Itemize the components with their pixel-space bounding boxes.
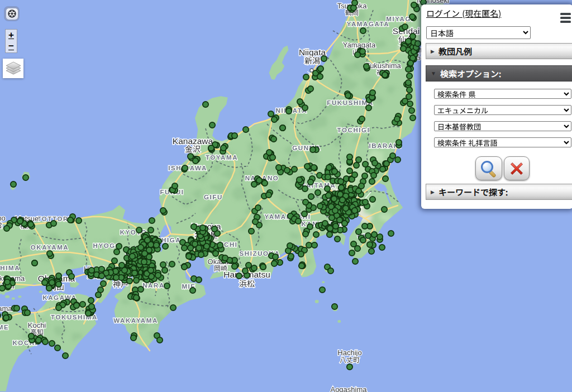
svg-text:HIROSHIMA: HIROSHIMA bbox=[0, 265, 20, 271]
login-link[interactable]: ログイン (現在匿名) bbox=[426, 7, 501, 19]
svg-text:新潟: 新潟 bbox=[304, 55, 320, 66]
svg-text:OKAYAMA: OKAYAMA bbox=[31, 244, 69, 251]
svg-text:出雲: 出雲 bbox=[0, 220, 2, 230]
language-select[interactable]: 日本語 bbox=[426, 26, 531, 39]
svg-text:NARA: NARA bbox=[142, 282, 165, 289]
svg-text:EHIME: EHIME bbox=[0, 324, 9, 331]
collapsed-arrow-icon: ▶ bbox=[431, 49, 435, 54]
hamburger-menu-button[interactable] bbox=[560, 13, 571, 23]
zoom-in-button[interactable]: + bbox=[6, 30, 17, 41]
zoom-control: + − bbox=[5, 29, 17, 53]
clear-button[interactable] bbox=[504, 156, 530, 180]
svg-text:浜松: 浜松 bbox=[239, 278, 255, 289]
layers-icon bbox=[5, 61, 22, 76]
svg-text:八丈町: 八丈町 bbox=[340, 355, 360, 364]
svg-text:Aogashima: Aogashima bbox=[330, 385, 367, 392]
zoom-out-button[interactable]: − bbox=[6, 41, 17, 52]
filter-worship-language-select[interactable]: 検索条件 礼拝言語 bbox=[434, 137, 571, 147]
filter-ecumenical-select[interactable]: エキュメニカル bbox=[434, 105, 571, 115]
filter-denomination-select[interactable]: 日本基督教団 bbox=[434, 121, 571, 131]
svg-text:WAKAYAMA: WAKAYAMA bbox=[113, 317, 158, 324]
asterisk-gear-icon bbox=[6, 8, 18, 20]
collapsed-arrow-icon: ▶ bbox=[431, 189, 435, 195]
hamburger-icon bbox=[560, 13, 571, 15]
legend-section-label: 教団凡例 bbox=[438, 45, 472, 57]
layers-button[interactable] bbox=[3, 59, 23, 78]
keyword-section-header[interactable]: ▶ キーワードで探す: bbox=[426, 184, 572, 200]
magnifier-icon bbox=[479, 159, 498, 178]
search-button[interactable] bbox=[475, 156, 502, 180]
search-options-label: 検索オプション: bbox=[440, 68, 501, 79]
svg-text:YAMAGATA: YAMAGATA bbox=[347, 21, 389, 27]
settings-button[interactable] bbox=[4, 7, 19, 21]
keyword-section-label: キーワードで探す: bbox=[438, 186, 508, 198]
expanded-arrow-icon: ▼ bbox=[431, 70, 436, 77]
legend-section-header[interactable]: ▶ 教団凡例 bbox=[426, 43, 572, 59]
svg-text:金沢: 金沢 bbox=[185, 143, 201, 154]
filter-prefecture-select[interactable]: 検索条件 県 bbox=[434, 89, 571, 99]
red-x-icon bbox=[508, 160, 525, 177]
svg-text:TOCHIGI: TOCHIGI bbox=[337, 127, 370, 133]
svg-text:GIFU: GIFU bbox=[204, 194, 223, 200]
search-options-header[interactable]: ▼ 検索オプション: bbox=[426, 65, 572, 82]
search-panel: ログイン (現在匿名) 日本語 ▶ 教団凡例 ▼ 検索オプション: 検索条件 県… bbox=[421, 4, 572, 209]
svg-text:TOYAMA: TOYAMA bbox=[206, 154, 238, 161]
